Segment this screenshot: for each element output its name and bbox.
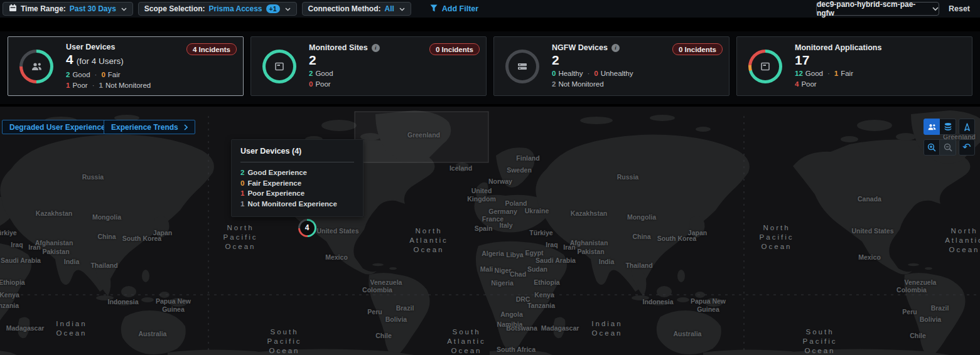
stat-label: Poor	[72, 82, 87, 89]
layers-button[interactable]	[940, 119, 956, 135]
donut-center-icon	[751, 53, 779, 80]
donut-center-icon	[266, 53, 293, 80]
card-body: Monitored Applications1712Good·1Fair4Poo…	[795, 43, 881, 89]
status-donut-chart	[262, 50, 296, 83]
user-devices-layer-button[interactable]	[923, 119, 940, 135]
summary-card-monitored-applications[interactable]: Monitored Applications1712Good·1Fair4Poo…	[736, 36, 972, 96]
info-icon[interactable]: i	[611, 44, 620, 52]
zoom-out-icon	[944, 143, 952, 152]
tooltip-divider	[240, 162, 354, 162]
reset-button[interactable]: Reset	[949, 4, 970, 13]
stat-count: 1	[834, 70, 838, 77]
card-body: User Devices4(for 4 Users)2Good·0Fair1Po…	[66, 43, 151, 90]
card-title: Monitored Sitesi	[309, 43, 380, 53]
reset-view-button[interactable]: ↶	[959, 139, 975, 156]
stat-count: 2	[66, 71, 70, 78]
stat-label: Fair	[108, 71, 121, 78]
device-selector[interactable]: dec9-pano-hybrid-scm-pae-ngfw	[816, 2, 939, 16]
tooltip-stat-count: 2	[240, 169, 244, 176]
card-stat-row: 12Good·1Fair	[795, 69, 881, 78]
topbar-right-group: dec9-pano-hybrid-scm-pae-ngfw Reset	[816, 2, 980, 16]
stat-label: Good	[315, 70, 333, 77]
tooltip-stat-label: Not Monitored Experience	[247, 200, 337, 208]
tooltip-stat-row: 1Not Monitored Experience	[240, 199, 354, 209]
site-icon	[274, 61, 284, 72]
stat-count: 1	[66, 82, 70, 89]
chevron-down-icon	[399, 4, 405, 13]
stat-count: 0	[309, 80, 313, 88]
card-stat-row: 4Poor	[795, 80, 881, 89]
stat-count: 1	[99, 82, 103, 89]
card-title: Monitored Applications	[795, 43, 881, 53]
map-style-button[interactable]	[959, 119, 975, 135]
tooltip-stat-label: Poor Experience	[247, 189, 304, 197]
card-value: 4(for 4 Users)	[66, 52, 151, 69]
device-cluster-count: 4	[300, 221, 315, 235]
incidents-badge[interactable]: 0 Incidents	[429, 43, 480, 55]
stat-label: Good	[72, 71, 90, 78]
status-donut-chart	[19, 50, 53, 83]
filter-bar: Time Range: Past 30 Days Scope Selection…	[0, 0, 980, 18]
card-stat-row: 2Not Monitored	[552, 80, 633, 89]
incidents-badge[interactable]: 4 Incidents	[186, 43, 237, 55]
time-range-filter[interactable]: Time Range: Past 30 Days	[3, 2, 133, 16]
summary-card-ngfw-devices[interactable]: NGFW Devicesi20Healthy·0Unhealthy2Not Mo…	[493, 36, 730, 96]
calendar-icon	[9, 4, 17, 14]
tooltip-stat-count: 0	[240, 179, 244, 187]
stat-count: 0	[552, 70, 556, 77]
zoom-out-button[interactable]	[940, 139, 956, 156]
user-devices-tooltip: User Devices (4) 2Good Experience0Fair E…	[231, 139, 363, 217]
stat-count: 0	[594, 70, 598, 77]
card-value-suffix: (for 4 Users)	[77, 56, 124, 66]
undo-icon: ↶	[962, 142, 971, 152]
stat-count: 2	[309, 70, 313, 77]
stat-count: 0	[101, 71, 105, 78]
zoom-in-button[interactable]	[923, 139, 940, 156]
summary-card-user-devices[interactable]: User Devices4(for 4 Users)2Good·0Fair1Po…	[8, 36, 244, 96]
scope-extra-count-badge: +1	[266, 4, 280, 13]
card-title-text: Monitored Applications	[795, 43, 881, 53]
donut-center-icon	[509, 53, 536, 80]
card-title-text: User Devices	[66, 43, 116, 52]
users-icon	[31, 62, 43, 71]
region-highlight	[355, 112, 488, 162]
card-value: 17	[795, 53, 881, 68]
stat-count: 12	[795, 70, 803, 77]
world-map[interactable]: RussiaKazakhstanMongoliaChinaSouth Korea…	[0, 107, 980, 355]
tooltip-stat-count: 1	[240, 200, 244, 208]
card-title: User Devices	[66, 43, 151, 52]
time-range-value: Past 30 Days	[70, 4, 116, 13]
chevron-down-icon	[932, 4, 939, 13]
connection-method-filter[interactable]: Connection Method: All	[302, 2, 411, 16]
add-filter-label: Add Filter	[442, 4, 478, 13]
scope-selection-filter[interactable]: Scope Selection: Prisma Access +1	[138, 2, 297, 16]
stat-separator: ·	[95, 71, 97, 78]
card-stat-row: 1Poor·1Not Monitored	[66, 81, 151, 90]
scope-value: Prisma Access	[209, 4, 262, 13]
summary-card-monitored-sites[interactable]: Monitored Sitesi22Good0Poor0 Incidents	[250, 36, 487, 96]
status-donut-chart	[505, 50, 539, 83]
connection-label: Connection Method:	[308, 4, 381, 13]
stat-label: Poor	[315, 80, 330, 88]
add-filter-button[interactable]: Add Filter	[430, 4, 478, 14]
info-icon[interactable]: i	[372, 44, 380, 52]
device-selector-value: dec9-pano-hybrid-scm-pae-ngfw	[817, 0, 925, 18]
card-body: Monitored Sitesi22Good0Poor	[309, 43, 380, 89]
card-title: NGFW Devicesi	[552, 43, 633, 53]
card-value: 2	[552, 53, 633, 68]
experience-trends-button[interactable]: Experience Trends	[104, 120, 195, 134]
device-cluster-marker[interactable]: 4	[298, 219, 316, 237]
stat-count: 2	[552, 80, 556, 88]
summary-cards: User Devices4(for 4 Users)2Good·0Fair1Po…	[8, 36, 972, 96]
status-donut-chart	[748, 50, 782, 83]
map-controls: ↶	[923, 119, 975, 156]
card-stat-row: 2Good·0Fair	[66, 70, 151, 80]
card-title-text: Monitored Sites	[309, 43, 368, 53]
firewall-device-icon	[517, 62, 527, 71]
applications-icon	[760, 61, 770, 72]
stat-separator: ·	[827, 70, 830, 77]
incidents-badge[interactable]: 0 Incidents	[672, 43, 723, 55]
stat-label: Not Monitored	[105, 82, 151, 89]
card-value: 2	[309, 53, 380, 68]
stat-label: Fair	[841, 70, 853, 77]
